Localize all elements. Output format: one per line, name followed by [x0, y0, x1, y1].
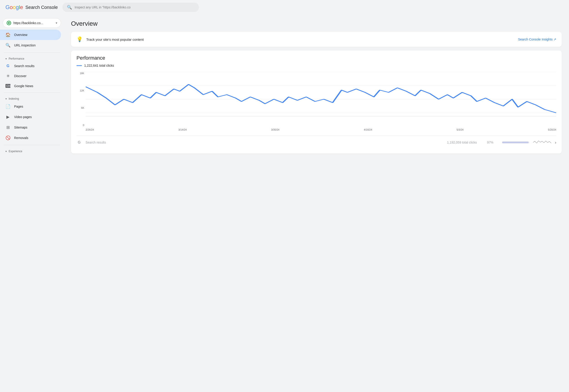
- google-logo: Google: [5, 4, 23, 11]
- collapse-icon-2: ▾: [5, 97, 7, 100]
- divider-3: [4, 145, 60, 145]
- sidebar-sitemaps-label: Sitemaps: [14, 126, 27, 129]
- logo-g2: g: [16, 4, 19, 11]
- collapse-icon-3: ▾: [5, 150, 7, 153]
- main-layout: https://backlinko.co... ▾ 🏠 Overview 🔍 U…: [0, 14, 569, 392]
- sidebar-item-overview[interactable]: 🏠 Overview: [0, 29, 61, 40]
- sidebar-discover-label: Discover: [14, 74, 26, 78]
- sr-google-icon: G: [76, 140, 82, 144]
- experience-section-label: Experience: [9, 150, 22, 153]
- lightbulb-icon: 💡: [76, 36, 83, 42]
- logo-o2: o: [13, 4, 16, 11]
- insights-text: Track your site's most popular content: [86, 38, 514, 42]
- sidebar-pages-label: Pages: [14, 105, 23, 108]
- insights-link[interactable]: Search Console Insights ↗: [518, 38, 556, 41]
- external-link-icon: ↗: [554, 38, 556, 41]
- performance-section-label: Performance: [9, 57, 24, 60]
- y-label-0: 0: [83, 124, 84, 126]
- insights-link-label: Search Console Insights: [518, 38, 553, 41]
- x-label-1: 2/26/24: [85, 128, 94, 131]
- x-label-3: 3/30/24: [271, 128, 280, 131]
- collapse-icon: ▾: [5, 57, 7, 60]
- sr-percent: 97%: [487, 140, 498, 144]
- site-url: https://backlinko.co...: [14, 21, 54, 25]
- performance-card-title: Performance: [76, 55, 556, 61]
- google-g-icon: G: [5, 64, 11, 68]
- y-axis: 18K 12K 6K 0: [76, 72, 85, 126]
- x-label-5: 5/3/24: [456, 128, 464, 131]
- sidebar-item-search-results[interactable]: G Search results: [0, 61, 61, 71]
- sr-sparkline: [533, 139, 551, 146]
- chart-svg: [85, 72, 556, 126]
- insights-banner-card: 💡 Track your site's most popular content…: [71, 32, 562, 47]
- discover-icon: ✳: [5, 73, 11, 79]
- logo-g: G: [5, 4, 10, 11]
- sidebar-video-pages-label: Video pages: [14, 115, 32, 119]
- search-icon: 🔍: [5, 43, 11, 48]
- experience-section: ▾ Experience: [0, 147, 64, 154]
- sr-label: Search results: [85, 140, 443, 144]
- divider-1: [4, 52, 60, 53]
- next-arrow[interactable]: ›: [555, 140, 556, 145]
- content-area: Overview 💡 Track your site's most popula…: [64, 14, 569, 392]
- site-icon: [7, 21, 11, 25]
- app-container: Google Search Console 🔍 https://backlink…: [0, 0, 569, 392]
- sidebar-overview-label: Overview: [14, 33, 27, 37]
- sidebar-item-sitemaps[interactable]: ⊞ Sitemaps: [0, 122, 61, 133]
- logo-area: Google Search Console: [5, 4, 58, 11]
- search-results-row: G Search results 1,192,059 total clicks …: [76, 136, 556, 149]
- x-label-4: 4/16/24: [364, 128, 372, 131]
- sr-bar-fill: [502, 141, 528, 143]
- product-name: Search Console: [25, 5, 57, 10]
- sidebar-item-pages[interactable]: 📄 Pages: [0, 101, 61, 112]
- search-input[interactable]: [75, 5, 194, 9]
- insights-banner: 💡 Track your site's most popular content…: [76, 36, 556, 42]
- page-title: Overview: [71, 20, 562, 27]
- site-selector[interactable]: https://backlinko.co... ▾: [3, 18, 61, 28]
- performance-chart: 18K 12K 6K 0: [76, 72, 556, 136]
- sidebar-removals-label: Removals: [14, 136, 28, 140]
- indexing-section: ▾ Indexing: [0, 94, 64, 101]
- performance-section: ▾ Performance: [0, 54, 64, 61]
- divider-2: [4, 92, 60, 93]
- sidebar-google-news-label: Google News: [14, 84, 33, 88]
- sidebar-item-discover[interactable]: ✳ Discover: [0, 71, 61, 81]
- site-icon-inner: [8, 22, 10, 24]
- metric-row: 1,222,641 total clicks: [76, 64, 556, 67]
- performance-card: Performance 1,222,641 total clicks 18K 1…: [71, 51, 562, 154]
- removals-icon: 🚫: [5, 135, 11, 140]
- sr-clicks: 1,192,059 total clicks: [447, 140, 484, 144]
- x-label-6: 5/20/24: [548, 128, 556, 131]
- sidebar-item-video-pages[interactable]: ▶ Video pages: [0, 112, 61, 122]
- logo-e: e: [20, 4, 23, 11]
- sidebar-url-inspection-label: URL inspection: [14, 43, 36, 47]
- x-label-2: 3/14/24: [178, 128, 187, 131]
- sitemaps-icon: ⊞: [5, 125, 11, 130]
- sidebar-item-removals[interactable]: 🚫 Removals: [0, 133, 61, 143]
- pages-icon: 📄: [5, 104, 11, 109]
- url-search-bar[interactable]: 🔍: [62, 2, 199, 12]
- search-icon: 🔍: [67, 5, 72, 10]
- dropdown-icon: ▾: [56, 21, 57, 25]
- metric-line-indicator: [76, 65, 82, 66]
- video-icon: ▶: [5, 114, 11, 119]
- indexing-section-label: Indexing: [9, 97, 19, 100]
- y-label-6k: 6K: [81, 107, 84, 109]
- google-news-icon: GN: [5, 84, 11, 88]
- logo-o1: o: [10, 4, 13, 11]
- sidebar-item-google-news[interactable]: GN Google News: [0, 81, 61, 91]
- y-label-18k: 18K: [80, 72, 84, 75]
- sidebar-search-results-label: Search results: [14, 64, 34, 68]
- sidebar-item-url-inspection[interactable]: 🔍 URL inspection: [0, 40, 61, 51]
- home-icon: 🏠: [5, 32, 11, 37]
- metric-label: 1,222,641 total clicks: [84, 64, 114, 67]
- topbar: Google Search Console 🔍: [0, 0, 569, 14]
- chart-svg-area: [85, 72, 556, 126]
- sr-bar-container: [502, 141, 529, 143]
- x-axis: 2/26/24 3/14/24 3/30/24 4/16/24 5/3/24 5…: [85, 126, 556, 136]
- y-label-12k: 12K: [80, 89, 84, 92]
- sidebar: https://backlinko.co... ▾ 🏠 Overview 🔍 U…: [0, 14, 64, 392]
